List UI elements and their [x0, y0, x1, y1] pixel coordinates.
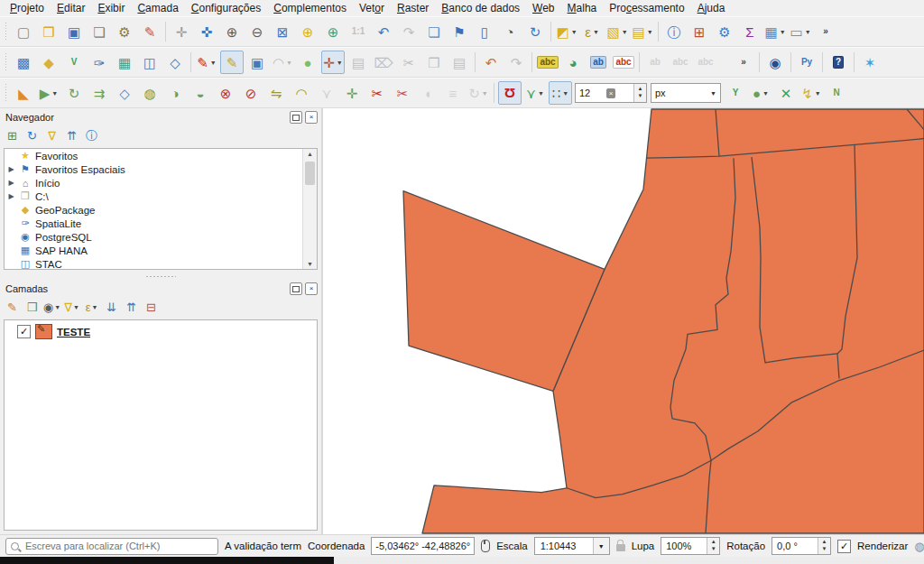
clear-icon[interactable]: ×	[606, 88, 616, 98]
menu-exibir[interactable]: Exibir	[91, 1, 131, 15]
extent-toggle-icon[interactable]	[481, 540, 490, 552]
select-by-value-dropdown-icon[interactable]: ▼	[647, 29, 653, 35]
stepper-icons[interactable]: ▲▼	[818, 538, 830, 554]
snapping-mode-dropdown-icon[interactable]: ▼	[562, 90, 568, 97]
browser-item-postgresql[interactable]: ◉PostgreSQL	[5, 230, 317, 244]
rotation-spin[interactable]: 0,0 ° ▲▼	[772, 537, 831, 555]
highlight-pinned-labels-button[interactable]: abc	[612, 51, 635, 74]
snap-to-grid-button[interactable]: ↯▼	[799, 81, 823, 105]
zoom-to-layer-button[interactable]: ⊕	[321, 20, 345, 43]
pin-labels-button[interactable]: ab	[587, 51, 610, 74]
split-features-button[interactable]: ✂	[365, 81, 389, 105]
select-features-dropdown-icon[interactable]: ▼	[571, 29, 578, 35]
snapping-options-button[interactable]: ⋎▼	[523, 81, 547, 105]
cad-tools-button[interactable]: ◣	[12, 81, 35, 105]
zoom-to-selection-button[interactable]: ⊕	[296, 20, 319, 43]
render-checkbox[interactable]: ✓	[837, 540, 851, 553]
toolbar-grip[interactable]	[5, 83, 8, 103]
layer-labeling-button[interactable]: abc	[536, 51, 559, 74]
copy-move-feature-button[interactable]: ⇉	[88, 81, 111, 105]
refresh-map-button[interactable]: ↻	[523, 20, 547, 43]
pan-map-button[interactable]: ✛	[170, 20, 193, 43]
layers-add-group-button[interactable]: ❒	[23, 298, 42, 317]
browser-item-favoritos-espaciais[interactable]: ▶⚑Favoritos Espaciais	[5, 162, 317, 176]
select-by-expression-button[interactable]: ε▼	[580, 20, 604, 43]
new-virtual-layer-button[interactable]: ▦	[113, 51, 136, 74]
browser-item-stac[interactable]: ◫STAC	[5, 257, 317, 270]
new-shapefile-layer-button[interactable]: V	[62, 51, 86, 74]
new-spatial-bookmark-button[interactable]: ⚑	[448, 20, 471, 43]
reshape-features-button[interactable]: ✛	[340, 81, 364, 105]
avoid-overlap-button[interactable]: ●▼	[749, 81, 772, 105]
statistical-summary-button[interactable]: Σ	[738, 20, 762, 43]
simplify-feature-button[interactable]: ◇	[113, 81, 136, 105]
measure-dropdown-icon[interactable]: ▼	[805, 29, 811, 35]
move-feature-button[interactable]: ▶▼	[37, 81, 60, 105]
locator-search[interactable]	[5, 538, 218, 555]
toolbar-overflow-1-button[interactable]: »	[814, 20, 837, 43]
zoom-full-extent-button[interactable]: ⊠	[271, 20, 294, 43]
intersection-snapping-button[interactable]: ✕	[774, 81, 798, 105]
vertex-tool-dropdown-icon[interactable]: ▼	[337, 60, 343, 66]
delete-part-button[interactable]: ⊘	[239, 81, 263, 105]
menu-raster[interactable]: Raster	[391, 1, 435, 15]
layers-close-button[interactable]: ×	[305, 282, 318, 295]
new-gpx-layer-button[interactable]: ◇	[163, 51, 187, 74]
layer-visibility-checkbox[interactable]: ✓	[17, 325, 31, 338]
vertex-tool-button[interactable]: ✛▼	[321, 51, 345, 74]
browser-add-selected-layers-button[interactable]: ⊞	[3, 126, 22, 145]
layers-map-themes-button[interactable]: ◉▼	[42, 298, 61, 317]
metasearch-button[interactable]: ◉	[763, 51, 787, 74]
menu-ajuda[interactable]: Ajuda	[691, 1, 732, 15]
toggle-editing-button[interactable]: ✎	[220, 51, 244, 74]
attribute-table-button[interactable]: ▦▼	[763, 20, 787, 43]
fill-ring-button[interactable]: ◑	[163, 81, 187, 105]
lock-scale-icon[interactable]	[616, 544, 625, 551]
browser-item-geopackage[interactable]: ◆GeoPackage	[5, 203, 317, 217]
reverse-line-button[interactable]: ⇋	[264, 81, 288, 105]
save-project-button[interactable]: ▣	[62, 20, 86, 43]
open-project-button[interactable]: ❒	[37, 20, 60, 43]
menu-processamento[interactable]: Processamento	[603, 1, 690, 15]
pan-to-selection-button[interactable]: ✜	[195, 20, 218, 43]
processing-toolbox-button[interactable]: ⚙	[713, 20, 736, 43]
zoom-out-button[interactable]: ⊖	[245, 20, 269, 43]
attribute-table-dropdown-icon[interactable]: ▼	[780, 29, 786, 35]
new-spatialite-layer-button[interactable]: ✑	[88, 51, 111, 74]
menu-camada[interactable]: Camada	[131, 1, 184, 15]
scroll-up-icon[interactable]: ▲	[307, 151, 313, 157]
help-contents-button[interactable]: ?	[827, 51, 850, 74]
current-edits-button[interactable]: ✎▼	[195, 51, 218, 74]
new-print-layout-button[interactable]: ❏	[88, 20, 111, 43]
toolbar-overflow-2-button[interactable]: »	[732, 51, 755, 74]
layers-filter-legend-dropdown-icon[interactable]: ▼	[73, 304, 79, 310]
tracing-button[interactable]: N	[825, 81, 848, 105]
menu-configura-es[interactable]: Configurações	[185, 1, 267, 15]
chevron-down-icon[interactable]: ▼	[593, 538, 609, 554]
browser-float-button[interactable]	[290, 111, 302, 124]
new-mesh-layer-button[interactable]: ◫	[138, 51, 162, 74]
snapping-tolerance-input[interactable]: 12×▲▼	[575, 83, 647, 103]
temporal-controller-button[interactable]: ◔	[498, 20, 522, 43]
browser-refresh-button[interactable]: ↻	[23, 126, 42, 145]
toolbar-grip[interactable]	[5, 52, 8, 72]
map-canvas[interactable]	[323, 108, 924, 534]
check-geometries-button[interactable]: ✶	[858, 51, 882, 74]
digitize-with-curve-dropdown-icon[interactable]: ▼	[286, 60, 292, 66]
move-feature-dropdown-icon[interactable]: ▼	[51, 90, 58, 97]
layer-diagrams-button[interactable]: ◕	[561, 51, 585, 74]
layers-filter-legend-button[interactable]: ∇▼	[62, 298, 81, 317]
expand-arrow-icon[interactable]: ▶	[7, 165, 15, 173]
layers-collapse-all-button[interactable]: ⇈	[122, 298, 141, 317]
menu-malha[interactable]: Malha	[561, 1, 604, 15]
menu-complementos[interactable]: Complementos	[267, 1, 353, 15]
layers-expand-all-button[interactable]: ⇊	[102, 298, 121, 317]
coordinate-value[interactable]: -5,03462° -42,48826°	[371, 537, 475, 555]
data-source-manager-button[interactable]: ▩	[12, 51, 35, 74]
add-polygon-feature-button[interactable]: ●	[296, 51, 319, 74]
menu-editar[interactable]: Editar	[51, 1, 91, 15]
toolbar-grip[interactable]	[5, 22, 8, 42]
browser-scrollbar-thumb[interactable]	[305, 162, 315, 185]
current-edits-dropdown-icon[interactable]: ▼	[210, 60, 217, 66]
select-by-expression-dropdown-icon[interactable]: ▼	[593, 29, 599, 35]
